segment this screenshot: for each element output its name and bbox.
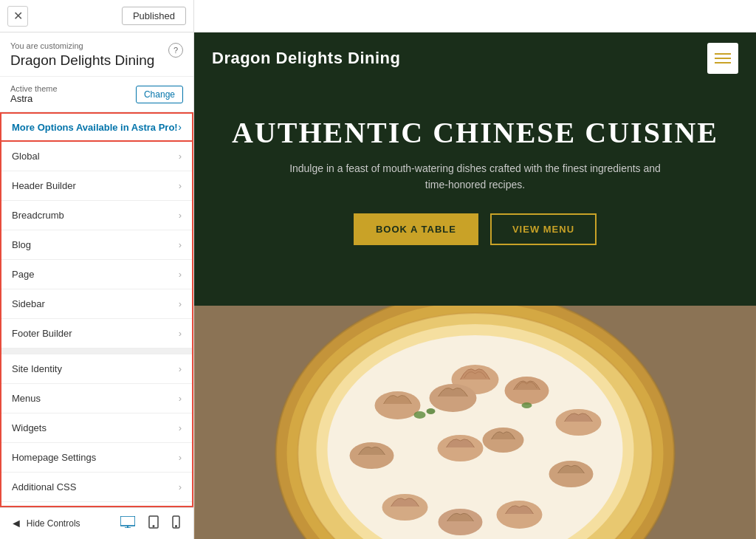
tablet-icon bbox=[148, 515, 159, 529]
chevron-icon: › bbox=[179, 422, 182, 433]
svg-point-30 bbox=[427, 408, 436, 414]
chevron-icon: › bbox=[179, 151, 182, 162]
menu-item-label: Footer Builder bbox=[12, 328, 72, 339]
svg-point-18 bbox=[497, 501, 543, 529]
preview-site-title: Dragon Delights Dining bbox=[212, 49, 400, 68]
theme-row: Active theme Astra Change bbox=[0, 77, 193, 112]
menu-item-breadcrumb[interactable]: Breadcrumb › bbox=[1, 201, 192, 230]
chevron-icon: › bbox=[179, 239, 182, 250]
view-menu-button[interactable]: VIEW MENU bbox=[490, 213, 597, 245]
menu-item-menus[interactable]: Menus › bbox=[1, 384, 192, 413]
chevron-icon: › bbox=[179, 452, 182, 463]
chevron-icon: › bbox=[179, 363, 182, 374]
menu-item-label: Widgets bbox=[12, 422, 47, 433]
hide-controls-label: Hide Controls bbox=[27, 518, 80, 529]
top-bar: ✕ Published bbox=[0, 0, 756, 32]
svg-point-24 bbox=[438, 435, 484, 461]
chevron-icon: › bbox=[179, 298, 182, 309]
dumpling-illustration bbox=[194, 306, 756, 539]
hamburger-line bbox=[715, 58, 731, 59]
chevron-icon: › bbox=[179, 393, 182, 404]
chevron-right-icon: › bbox=[178, 121, 182, 133]
menu-item-header-builder[interactable]: Header Builder › bbox=[1, 171, 192, 201]
theme-name: Astra bbox=[10, 93, 58, 104]
chevron-icon: › bbox=[179, 328, 182, 339]
view-controls bbox=[117, 514, 183, 533]
sidebar: ? You are customizing Dragon Delights Di… bbox=[0, 32, 194, 539]
menu-item-page[interactable]: Page › bbox=[1, 260, 192, 289]
svg-point-6 bbox=[176, 526, 177, 527]
menu-item-label: Breadcrumb bbox=[12, 210, 64, 221]
chevron-icon: › bbox=[179, 180, 182, 191]
menu-item-label: Site Identity bbox=[12, 363, 62, 374]
menu-item-footer-builder[interactable]: Footer Builder › bbox=[1, 319, 192, 349]
menu-item-label: Page bbox=[12, 269, 34, 280]
svg-point-15 bbox=[505, 377, 549, 405]
menu-item-global[interactable]: Global › bbox=[1, 142, 192, 171]
sidebar-header: ? You are customizing Dragon Delights Di… bbox=[0, 32, 193, 77]
help-icon[interactable]: ? bbox=[168, 43, 183, 58]
menu-item-sidebar[interactable]: Sidebar › bbox=[1, 289, 192, 319]
hide-icon: ◄ bbox=[10, 517, 22, 530]
main-layout: ? You are customizing Dragon Delights Di… bbox=[0, 32, 756, 539]
hero-subtitle: Indulge in a feast of mouth-watering dis… bbox=[284, 160, 667, 193]
preview-nav: Dragon Delights Dining bbox=[194, 32, 756, 84]
food-image-section bbox=[194, 306, 756, 539]
published-button[interactable]: Published bbox=[122, 7, 186, 25]
menu-item-homepage-settings[interactable]: Homepage Settings › bbox=[1, 443, 192, 473]
astra-pro-banner[interactable]: More Options Available in Astra Pro! › bbox=[0, 112, 193, 142]
astra-pro-text: More Options Available in Astra Pro! bbox=[12, 122, 178, 133]
food-image bbox=[194, 306, 756, 539]
menu-section-divider bbox=[1, 349, 192, 354]
desktop-icon bbox=[120, 516, 135, 528]
menu-item-label: Sidebar bbox=[12, 298, 45, 309]
menu-item-widgets[interactable]: Widgets › bbox=[1, 413, 192, 443]
svg-point-23 bbox=[430, 384, 477, 412]
desktop-view-button[interactable] bbox=[117, 514, 138, 533]
svg-point-29 bbox=[414, 411, 426, 419]
chevron-icon: › bbox=[179, 269, 182, 280]
svg-point-20 bbox=[382, 494, 428, 521]
menu-item-label: Blog bbox=[12, 239, 31, 250]
hide-controls-button[interactable]: ◄ Hide Controls bbox=[10, 517, 80, 530]
hamburger-line bbox=[715, 62, 731, 63]
svg-rect-0 bbox=[120, 516, 135, 526]
chevron-icon: › bbox=[179, 210, 182, 221]
hamburger-line bbox=[715, 53, 731, 55]
menu-item-label: Global bbox=[12, 151, 40, 162]
menu-item-blog[interactable]: Blog › bbox=[1, 230, 192, 260]
tablet-view-button[interactable] bbox=[145, 514, 162, 533]
svg-point-16 bbox=[556, 409, 602, 436]
menu-item-label: Header Builder bbox=[12, 180, 76, 191]
change-theme-button[interactable]: Change bbox=[136, 86, 183, 103]
menu-item-label: Homepage Settings bbox=[12, 452, 96, 463]
hero-buttons: BOOK A TABLE VIEW MENU bbox=[354, 213, 597, 245]
svg-point-21 bbox=[350, 442, 394, 469]
sidebar-bottom: ◄ Hide Controls bbox=[0, 507, 193, 539]
customizing-label: You are customizing bbox=[10, 41, 183, 50]
top-bar-left: ✕ Published bbox=[0, 0, 194, 32]
svg-point-17 bbox=[549, 461, 594, 487]
svg-point-19 bbox=[439, 509, 483, 535]
hamburger-button[interactable] bbox=[707, 43, 738, 74]
close-button[interactable]: ✕ bbox=[7, 6, 28, 27]
menu-item-label: Additional CSS bbox=[12, 481, 76, 492]
menu-item-additional-css[interactable]: Additional CSS › bbox=[1, 473, 192, 502]
mobile-icon bbox=[172, 515, 180, 529]
menu-item-label: Menus bbox=[12, 393, 41, 404]
preview-area: Dragon Delights Dining AUTHENTIC CHINESE… bbox=[194, 32, 756, 539]
theme-label: Active theme bbox=[10, 84, 58, 93]
sidebar-menu: Global › Header Builder › Breadcrumb › B… bbox=[0, 142, 193, 507]
book-table-button[interactable]: BOOK A TABLE bbox=[354, 213, 478, 245]
svg-point-4 bbox=[153, 526, 154, 527]
mobile-view-button[interactable] bbox=[169, 514, 183, 533]
chevron-icon: › bbox=[179, 481, 182, 492]
svg-point-25 bbox=[483, 428, 524, 453]
preview-content: Dragon Delights Dining AUTHENTIC CHINESE… bbox=[194, 32, 756, 539]
svg-point-22 bbox=[375, 391, 421, 419]
site-name-label: Dragon Delights Dining bbox=[10, 52, 183, 69]
hero-title: AUTHENTIC CHINESE CUISINE bbox=[232, 115, 718, 150]
theme-info: Active theme Astra bbox=[10, 84, 58, 104]
svg-point-31 bbox=[522, 402, 532, 408]
menu-item-site-identity[interactable]: Site Identity › bbox=[1, 354, 192, 384]
